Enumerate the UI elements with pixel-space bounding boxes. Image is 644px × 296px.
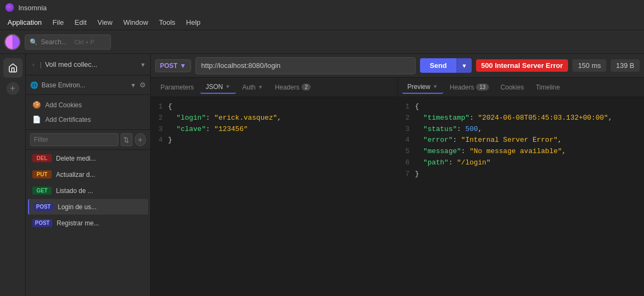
certificate-icon: 📄 — [32, 115, 41, 123]
status-badge: 500 Internal Server Error — [476, 59, 569, 72]
environment-row: 🌐 Base Environ... ▼ ⚙ — [26, 75, 150, 95]
request-name-delete: Delete medi... — [56, 155, 96, 162]
url-bar: POST ▼ http://localhost:8080/login Send … — [151, 54, 644, 78]
url-input-wrap[interactable]: http://localhost:8080/login — [195, 57, 416, 74]
tab-auth-dropdown-icon: ▼ — [258, 84, 263, 90]
request-name-login: Login de us... — [58, 203, 96, 211]
tab-resp-headers[interactable]: Headers 13 — [444, 81, 494, 93]
collection-dropdown-icon[interactable]: ▼ — [140, 61, 146, 68]
request-body-panel: Parameters JSON ▼ Auth ▼ Headers 2 — [151, 78, 398, 296]
url-text: http://localhost:8080/login — [201, 61, 281, 70]
send-button[interactable]: Send — [420, 58, 457, 73]
tab-headers-badge: 2 — [302, 84, 311, 91]
menu-application[interactable]: Application — [2, 17, 47, 27]
env-dropdown-icon[interactable]: ▼ — [130, 82, 136, 88]
tab-resp-headers-label: Headers — [450, 84, 474, 91]
response-size-badge: 139 B — [611, 59, 640, 72]
tab-auth[interactable]: Auth ▼ — [237, 81, 269, 93]
search-placeholder: Search... — [41, 38, 67, 46]
nav-back-button[interactable]: ‹ — [30, 60, 37, 70]
menu-view[interactable]: View — [92, 17, 118, 27]
icon-rail: + — [0, 54, 26, 296]
menu-bar: Application File Edit View Window Tools … — [0, 15, 644, 30]
status-code: 500 — [481, 61, 493, 70]
request-item-get[interactable]: GET Listado de ... — [28, 183, 148, 198]
settings-icon[interactable]: ⚙ — [139, 81, 146, 89]
send-dropdown-button[interactable]: ▼ — [457, 58, 472, 73]
panels-row: Parameters JSON ▼ Auth ▼ Headers 2 — [151, 78, 644, 296]
request-tabs: Parameters JSON ▼ Auth ▼ Headers 2 — [151, 78, 397, 97]
collection-header: ‹ | Voll med collec... ▼ — [26, 54, 150, 75]
nav-separator: | — [39, 60, 43, 68]
search-box[interactable]: 🔍 Search... Ctrl + P — [25, 35, 111, 50]
tab-cookies[interactable]: Cookies — [495, 81, 529, 93]
method-badge-get: GET — [32, 187, 52, 195]
home-nav-button[interactable] — [3, 58, 23, 78]
request-item-delete[interactable]: DEL Delete medi... — [28, 150, 148, 166]
res-line-5: 5 "message": "No message available", — [398, 146, 645, 157]
res-line-6: 6 "path": "/login" — [398, 157, 645, 169]
req-line-3: 3 "clave": "123456" — [151, 124, 397, 135]
tab-cookies-label: Cookies — [501, 84, 524, 91]
request-editor: POST ▼ http://localhost:8080/login Send … — [151, 54, 644, 296]
main-layout: + ‹ | Voll med collec... ▼ 🌐 Base Enviro… — [0, 54, 644, 296]
response-panel: Preview ▼ Headers 13 Cookies Timeline — [398, 78, 645, 296]
tab-json-dropdown-icon: ▼ — [225, 84, 230, 90]
collection-panel: ‹ | Voll med collec... ▼ 🌐 Base Environ.… — [26, 54, 151, 296]
tab-timeline[interactable]: Timeline — [530, 81, 565, 93]
title-bar: Insomnia — [0, 0, 644, 15]
menu-tools[interactable]: Tools — [153, 17, 180, 27]
search-icon: 🔍 — [30, 38, 38, 46]
cookies-icon: 🍪 — [32, 101, 41, 109]
status-message: Internal Server Error — [495, 61, 563, 70]
request-name-register: Registrar me... — [57, 219, 99, 227]
res-line-2: 2 "timestamp": "2024-06-08T05:45:03.132+… — [398, 113, 645, 124]
menu-help[interactable]: Help — [181, 17, 206, 27]
method-badge-del: DEL — [32, 154, 52, 162]
tab-headers-label: Headers — [275, 84, 299, 91]
filter-add-button[interactable]: + — [135, 133, 146, 146]
request-name-put: Actualizar d... — [56, 171, 95, 178]
req-line-1: 1 { — [151, 101, 397, 113]
search-shortcut: Ctrl + P — [74, 39, 94, 45]
app-title: Insomnia — [18, 4, 47, 12]
tab-parameters[interactable]: Parameters — [155, 81, 199, 93]
tab-auth-label: Auth — [242, 84, 256, 91]
response-tabs: Preview ▼ Headers 13 Cookies Timeline — [398, 78, 645, 97]
request-item-put[interactable]: PUT Actualizar d... — [28, 167, 148, 182]
menu-edit[interactable]: Edit — [69, 17, 92, 27]
tab-preview-dropdown-icon: ▼ — [432, 84, 438, 90]
add-certificates-label: Add Certificates — [45, 116, 91, 123]
environment-name[interactable]: Base Environ... — [41, 81, 127, 89]
sidebar-actions: 🍪 Add Cookies 📄 Add Certificates — [26, 95, 150, 130]
request-code: 1 { 2 "login": "erick.vasquez", 3 "clave… — [151, 97, 397, 150]
env-icon: 🌐 — [30, 81, 38, 89]
res-line-1: 1 { — [398, 101, 645, 113]
add-cookies-button[interactable]: 🍪 Add Cookies — [30, 98, 146, 112]
req-line-4: 4 } — [151, 135, 397, 146]
top-bar: 🔍 Search... Ctrl + P — [0, 30, 644, 54]
request-item-login[interactable]: POST Login de us... — [28, 199, 148, 215]
filter-sort-button[interactable]: ⇅ — [121, 133, 132, 146]
add-certificates-button[interactable]: 📄 Add Certificates — [30, 113, 146, 126]
filter-input[interactable] — [30, 133, 118, 146]
menu-window[interactable]: Window — [118, 17, 153, 27]
menu-file[interactable]: File — [47, 17, 69, 27]
tab-headers[interactable]: Headers 2 — [270, 81, 317, 93]
tab-preview-label: Preview — [408, 83, 431, 91]
method-badge-post-login: POST — [33, 203, 53, 211]
tab-parameters-label: Parameters — [160, 84, 194, 91]
request-item-register[interactable]: POST Registrar me... — [28, 215, 148, 231]
send-button-group: Send ▼ — [420, 58, 472, 73]
add-collection-button[interactable]: + — [6, 82, 19, 95]
response-time-badge: 150 ms — [572, 59, 606, 72]
avatar[interactable] — [4, 34, 20, 50]
res-line-7: 7 } — [398, 169, 645, 180]
tab-json[interactable]: JSON ▼ — [200, 81, 236, 94]
collection-name: Voll med collec... — [45, 60, 138, 68]
method-badge-put: PUT — [32, 170, 52, 178]
tab-timeline-label: Timeline — [536, 84, 560, 91]
request-name-get: Listado de ... — [56, 187, 93, 195]
method-selector[interactable]: POST ▼ — [155, 59, 191, 72]
tab-preview[interactable]: Preview ▼ — [402, 81, 444, 94]
